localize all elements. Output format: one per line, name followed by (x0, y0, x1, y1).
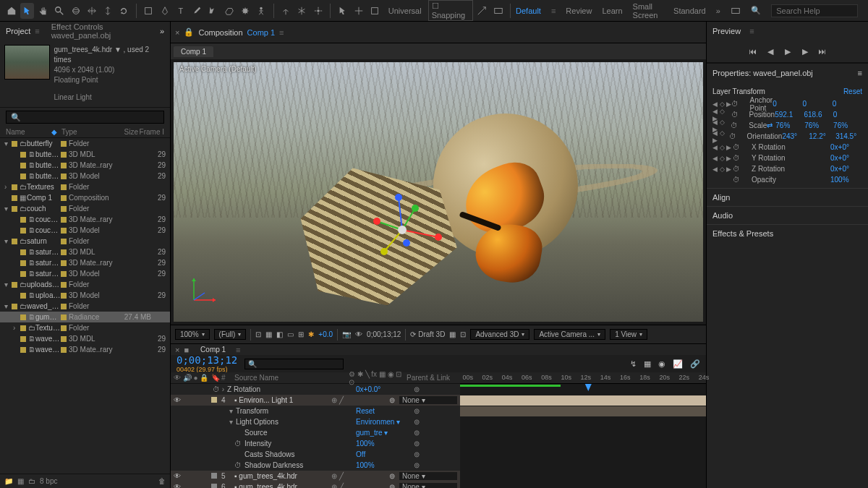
close-tab-icon[interactable]: × (175, 346, 179, 354)
extended-viewer-icon[interactable]: ⊡ (460, 330, 466, 338)
project-row[interactable]: 🗎uploads..gg.obj3D Model29 (0, 290, 170, 301)
eraser-tool-icon[interactable] (222, 3, 236, 19)
zoom-dropdown[interactable]: 100% ▾ (175, 329, 210, 340)
close-tab-icon[interactable]: × (175, 28, 179, 37)
rotate-tool-icon[interactable] (117, 3, 131, 19)
local-axis-icon[interactable] (279, 3, 293, 19)
guides-icon[interactable]: ⊞ (298, 330, 304, 338)
project-row[interactable]: 🗎waved_p...mdl3D MDL29 (0, 333, 170, 344)
interpret-icon[interactable]: 📁 (4, 477, 13, 485)
orbit-tool-icon[interactable] (69, 3, 82, 19)
text-tool-icon[interactable]: T (174, 3, 187, 19)
timeline-row[interactable]: 👁5▪ gum_trees_4k.hdr⊕ ╱⊚None ▾ (171, 471, 460, 481)
project-row[interactable]: ▾🗀butterflyFolder (0, 138, 170, 149)
timeline-row[interactable]: ⏱ Intensity100%⊚ (171, 438, 460, 449)
project-row[interactable]: ▦Comp 1Composition29 (0, 192, 170, 203)
gizmo-mode-label[interactable]: Universal (384, 7, 426, 15)
renderer-dropdown[interactable]: Advanced 3D ▾ (470, 329, 529, 340)
workspace-standard[interactable]: Standard (673, 7, 706, 15)
exposure-value[interactable]: +0.0 (318, 330, 333, 338)
panel-menu-icon[interactable]: » (160, 27, 164, 35)
dolly-tool-icon[interactable] (101, 3, 114, 19)
snap-edge-icon[interactable] (475, 3, 489, 19)
workspace-small[interactable]: Small Screen (633, 2, 664, 20)
draft3d-toggle[interactable]: ⟳ Draft 3D (410, 330, 445, 338)
preview-tab[interactable]: Preview (712, 27, 741, 35)
transform-gizmo[interactable] (359, 187, 446, 275)
more-workspaces-icon[interactable]: » (716, 7, 720, 15)
project-row[interactable]: ›🗀TexturesFolder (0, 322, 170, 333)
play-icon[interactable]: ▶ (781, 45, 794, 58)
snap-screen-icon[interactable] (491, 3, 505, 19)
prev-frame-icon[interactable]: ◀ (764, 45, 777, 58)
timeline-tab[interactable]: Comp 1 (193, 344, 233, 355)
workspace-review[interactable]: Review (566, 7, 592, 15)
timeline-row[interactable]: Casts ShadowsOff⊚ (171, 449, 460, 460)
shy-icon[interactable]: ↯ (630, 359, 637, 369)
project-tab[interactable]: Project (6, 27, 30, 35)
timeline-row[interactable]: ▾ Light OptionsEnvironmen ▾⊚ (171, 416, 460, 427)
timeline-row[interactable]: ⏱ Shadow Darkness100%⊚ (171, 460, 460, 471)
timeline-row[interactable]: ▾ TransformReset⊚ (171, 406, 460, 416)
project-row[interactable]: 🗎saturn.mdl3D MDL29 (0, 247, 170, 257)
property-row[interactable]: ◀ ◇ ▶⏱Scale⇄76%76%76% (707, 120, 868, 131)
label-filter-icon[interactable]: ◆ (51, 128, 57, 136)
world-axis-icon[interactable] (295, 3, 309, 19)
views-dropdown[interactable]: 1 View ▾ (610, 329, 647, 340)
project-row[interactable]: ▾🗀uploads..oenigseggFolder (0, 279, 170, 290)
search-help-input[interactable] (771, 4, 858, 17)
bpc-toggle[interactable]: 8 bpc (40, 477, 57, 485)
snapshot-icon[interactable]: 📷 (342, 330, 351, 338)
project-row[interactable]: 🗎saturn.obj3D Model29 (0, 268, 170, 279)
view-axis-icon[interactable] (311, 3, 325, 19)
effect-controls-tab[interactable]: Effect Controls waved_panel.obj (51, 22, 156, 40)
property-row[interactable]: ◀ ◇ ▶⏱Y Rotation0x+0° (707, 153, 868, 163)
transform-group[interactable]: Layer Transform (712, 87, 765, 95)
resolution-dropdown[interactable]: (Full) ▾ (214, 329, 247, 340)
props-menu-icon[interactable]: ≡ (858, 69, 862, 77)
show-snapshot-icon[interactable]: 👁 (355, 330, 362, 338)
timecode-display[interactable]: 0;00;13;12 (367, 330, 401, 338)
move-icon[interactable] (352, 3, 365, 19)
project-row[interactable]: ▾🗀couchFolder (0, 203, 170, 214)
puppet-tool-icon[interactable] (254, 3, 268, 19)
timeline-row[interactable]: ⏱ › Z Rotation0x+0.0°⊚ (171, 384, 460, 395)
timeline-row[interactable]: Sourcegum_tre ▾⊚ (171, 427, 460, 438)
bounding-box-icon[interactable] (368, 3, 382, 19)
viewport[interactable]: Active Camera (Default) (174, 62, 703, 322)
property-row[interactable]: ◀ ◇ ▶⏱Position592.1618.60 (707, 109, 868, 120)
next-frame-icon[interactable]: ▶ (799, 45, 812, 58)
pan-tool-icon[interactable] (85, 3, 98, 19)
cursor-icon[interactable] (336, 3, 349, 19)
graph-editor-icon[interactable]: 📈 (673, 359, 683, 369)
property-row[interactable]: ◀ ◇ ▶⏱X Rotation0x+0° (707, 142, 868, 153)
workspace-learn[interactable]: Learn (602, 7, 622, 15)
align-section[interactable]: Align (707, 188, 868, 206)
project-row[interactable]: 🗎saturn.mtl3D Mate..rary29 (0, 257, 170, 268)
new-comp-icon[interactable]: ▦ (17, 477, 24, 485)
project-row[interactable]: 🗎waved_n mtl3D Mate..rary29 (0, 344, 170, 355)
project-row[interactable]: 🗎butterfly.obj3D Model29 (0, 171, 170, 181)
project-row[interactable]: ▾🗀saturnFolder (0, 236, 170, 247)
timeline-row[interactable]: 👁6▪ gum_trees_4k.hdr⊕ ╱⊚None ▾ (171, 481, 460, 488)
project-row[interactable]: 🗎couch.mtl3D Mate..rary29 (0, 214, 170, 225)
timeline-tracks[interactable]: 00s02s04s06s08s10s12s14s16s18s20s22s24s (460, 372, 706, 488)
timeline-outline[interactable]: 👁 🔊 ● 🔒 🔖 # Source Name ⚙ ✱ ╲ fx ▦ ◉ ⊡ ⊙… (171, 372, 460, 488)
snapping-toggle[interactable]: ☐ Snapping (428, 0, 473, 21)
clone-tool-icon[interactable] (206, 3, 220, 19)
selection-tool-icon[interactable] (20, 3, 34, 19)
last-frame-icon[interactable]: ⏭ (816, 45, 829, 58)
ground-plane-icon[interactable]: ▦ (449, 330, 456, 338)
lock-icon[interactable]: 🔒 (184, 27, 194, 37)
audio-section[interactable]: Audio (707, 206, 868, 224)
pen-tool-icon[interactable] (158, 3, 171, 19)
workspace-default[interactable]: Default (516, 7, 541, 15)
current-timecode[interactable]: 0;00;13;12 (176, 354, 237, 366)
trash-icon[interactable]: 🗑 (158, 477, 166, 485)
motion-blur-icon[interactable]: ◉ (658, 359, 665, 369)
rectangle-tool-icon[interactable] (142, 3, 156, 19)
timeline-search[interactable] (244, 359, 344, 369)
property-row[interactable]: ◀ ◇ ▶⏱Z Rotation0x+0° (707, 163, 868, 174)
project-row[interactable]: ▾🗀waved_panelFolder (0, 301, 170, 312)
mask-icon[interactable]: ◧ (276, 330, 283, 338)
